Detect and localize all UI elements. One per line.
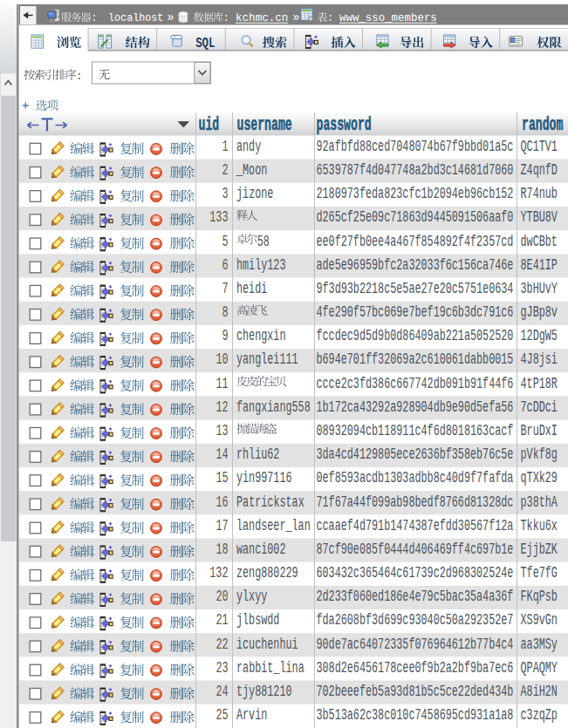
svg-text:18: 18 [216,541,228,558]
svg-text:ccce2c3fd386c667742db091b91f44: ccce2c3fd386c667742db091b91f44f6 [317,375,514,392]
svg-text:R74nub: R74nub [521,185,558,202]
svg-text::: : [91,11,97,24]
svg-text:92afbfd88ced7048074b67f9bbd01a: 92afbfd88ced7048074b67f9bbd01a5c [317,138,514,155]
svg-text:password: password [317,114,372,135]
svg-text:Tkku6x: Tkku6x [521,517,558,534]
svg-text:wanci002: wanci002 [236,541,286,558]
svg-text:heidi: heidi [236,280,267,297]
svg-text:_Moon: _Moon [236,161,267,179]
svg-text:p38thA: p38thA [521,493,558,511]
svg-text:Arvin: Arvin [236,706,267,724]
svg-text:308d2e6456178cee0f9b2a2bf9ba7e: 308d2e6456178cee0f9b2a2bf9ba7ec6 [317,659,514,677]
svg-text:9: 9 [222,327,228,344]
svg-text:8E41IP: 8E41IP [521,256,558,274]
svg-text:8: 8 [222,303,228,321]
svg-text:SQL: SQL [195,35,215,51]
svg-text:6: 6 [222,256,228,274]
svg-text:chengxin: chengxin [236,327,286,344]
svg-text:1: 1 [222,138,228,155]
svg-text:landseer_lan: landseer_lan [236,517,311,534]
svg-text:7cDDci: 7cDDci [521,398,558,416]
svg-text:5: 5 [222,233,228,250]
svg-text:16: 16 [216,493,228,511]
svg-text:24: 24 [216,683,228,700]
svg-text:hmily123: hmily123 [236,256,286,274]
svg-text:21: 21 [216,611,228,629]
svg-text:4fe290f57bc069e7bef19c6b3dc791: 4fe290f57bc069e7bef19c6b3dc791c6 [317,303,514,321]
svg-text:uid: uid [199,114,220,135]
svg-text:Tfe7fG: Tfe7fG [521,564,558,582]
svg-text:Patrickstax: Patrickstax [236,493,305,511]
svg-text:71f67a44f099ab98bedf8766d81328: 71f67a44f099ab98bedf8766d81328dc [317,493,514,511]
svg-text:4tP18R: 4tP18R [521,375,558,392]
svg-text:»: » [168,10,175,24]
svg-text:ee0f27fb0ee4a467f854892f4f2357: ee0f27fb0ee4a467f854892f4f2357cd [317,233,514,250]
svg-text:fangxiang558: fangxiang558 [236,398,311,416]
svg-text:icuchenhui: icuchenhui [236,636,298,653]
svg-text:10: 10 [216,350,228,368]
svg-text:3: 3 [222,185,228,202]
svg-text:132: 132 [209,564,228,582]
svg-text::: : [77,70,83,83]
svg-text:localhost: localhost [108,11,163,24]
svg-text:aa3MSy: aa3MSy [521,636,558,653]
svg-text:58: 58 [257,233,270,250]
svg-text:c3zqZp: c3zqZp [521,706,558,724]
svg-text:QC1TV1: QC1TV1 [521,138,558,155]
svg-text:»: » [293,10,300,24]
svg-text:3da4cd4129805ece2636bf358eb76c: 3da4cd4129805ece2636bf358eb76c5e [317,446,514,463]
svg-text:1b172ca43292a928904db9e90d5efa: 1b172ca43292a928904db9e90d5efa56 [317,398,514,416]
svg-text:87cf90e085f0444d406469ff4c697b: 87cf90e085f0444d406469ff4c697b1e [317,541,514,558]
svg-text:2d233f060ed186e4e79c5bac35a4a3: 2d233f060ed186e4e79c5bac35a4a36f [317,588,514,605]
svg-text:yanglei111: yanglei111 [236,350,298,368]
svg-text:08932094cb118911c4f6d8018163ca: 08932094cb118911c4f6d8018163cacf [317,422,514,439]
svg-text:A8iH2N: A8iH2N [521,683,558,700]
svg-text:d265cf25e09c71863d9445091506aa: d265cf25e09c71863d9445091506aaf0 [317,208,514,226]
svg-text:11: 11 [216,375,228,392]
svg-text:gJBp8v: gJBp8v [521,303,558,321]
svg-text:ccaaef4d791b1474387efdd30567f1: ccaaef4d791b1474387efdd30567f12a [317,517,514,534]
svg-text:23: 23 [216,659,228,677]
svg-text:XS9vGn: XS9vGn [521,611,558,629]
svg-text:rhliu62: rhliu62 [236,446,279,463]
svg-text:90de7ac64072335f076964612b77b4: 90de7ac64072335f076964612b77b4c4 [317,636,514,653]
svg-text:BruDxI: BruDxI [521,422,558,439]
svg-text:YTBU8V: YTBU8V [521,208,558,226]
svg-text::: : [327,11,333,24]
svg-text:2: 2 [222,161,228,179]
svg-text:133: 133 [209,208,228,226]
svg-text:Z4qnfD: Z4qnfD [521,161,558,179]
svg-text:3b513a62c38c010c7458695cd931a1: 3b513a62c38c010c7458695cd931a1a8 [317,706,514,724]
svg-text:25: 25 [216,706,228,724]
svg-text:QPAQMY: QPAQMY [521,659,558,677]
svg-text::: : [223,11,229,24]
svg-text:22: 22 [216,636,228,653]
svg-text:13: 13 [216,422,228,439]
svg-text:username: username [237,114,292,135]
svg-text:3bHUvY: 3bHUvY [521,280,558,297]
svg-text:7: 7 [222,280,228,297]
svg-text:random: random [522,114,563,135]
svg-text:yin997116: yin997116 [236,469,292,486]
svg-text:rabbit_lina: rabbit_lina [236,659,305,677]
svg-text:jlbswdd: jlbswdd [236,611,279,629]
svg-text:andy: andy [236,138,261,155]
svg-text:12: 12 [216,398,228,416]
svg-text:FKqPsb: FKqPsb [521,588,558,605]
svg-text:pVkf8g: pVkf8g [521,446,558,463]
svg-text:9f3d93b2218c5e5ae27e20c5751e06: 9f3d93b2218c5e5ae27e20c5751e0634 [317,280,514,297]
svg-text:dwCBbt: dwCBbt [521,233,558,250]
svg-text:20: 20 [216,588,228,605]
svg-text:0ef8593acdb1303adbb8c40d9f7faf: 0ef8593acdb1303adbb8c40d9f7fafda [317,469,514,486]
svg-text:12DgW5: 12DgW5 [521,327,558,344]
svg-text:fccdec9d5d9b0d86409ab221a50525: fccdec9d5d9b0d86409ab221a5052520 [317,327,514,344]
svg-text:ylxyy: ylxyy [236,588,267,605]
svg-text:jizone: jizone [236,185,273,202]
svg-text:tjy881210: tjy881210 [236,683,292,700]
svg-text:fda2608bf3d699c93040c50a292352: fda2608bf3d699c93040c50a292352e7 [317,611,514,629]
svg-text:6539787f4d047748a2bd3c14681d70: 6539787f4d047748a2bd3c14681d7060 [317,161,514,179]
svg-text:EjjbZK: EjjbZK [521,541,558,558]
svg-text:702beeefeb5a93d81b5c5ce22ded43: 702beeefeb5a93d81b5c5ce22ded434b [317,683,514,700]
svg-text:17: 17 [216,517,228,534]
svg-text:15: 15 [216,469,228,486]
